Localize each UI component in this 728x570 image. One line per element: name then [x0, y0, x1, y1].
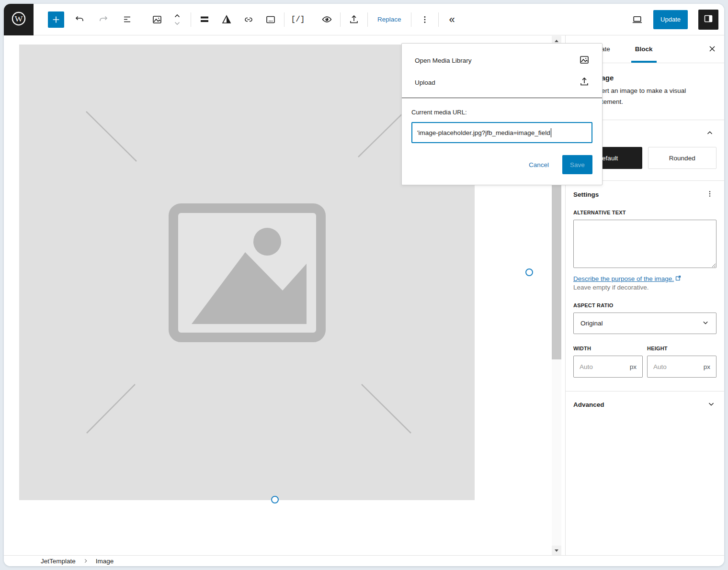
settings-panel-toggle-icon	[703, 13, 714, 26]
advanced-section-toggle[interactable]: Advanced	[566, 391, 724, 418]
duotone-icon	[221, 14, 232, 25]
duotone-filter-button[interactable]	[218, 11, 235, 28]
settings-header: Settings	[573, 188, 717, 201]
collapse-button[interactable]: «	[444, 11, 461, 28]
text-caret	[551, 128, 552, 137]
tab-block[interactable]: Block	[623, 35, 665, 63]
caption-button[interactable]	[262, 11, 279, 28]
link-icon	[243, 14, 254, 25]
options-kebab-button[interactable]	[416, 11, 433, 28]
block-mover-button[interactable]	[169, 11, 186, 28]
align-icon	[199, 14, 210, 25]
editor-window: W	[4, 4, 724, 566]
close-sidebar-button[interactable]	[705, 42, 719, 56]
close-icon	[707, 44, 717, 56]
advanced-title: Advanced	[573, 401, 604, 408]
toolbar-divider	[411, 12, 411, 27]
media-url-input[interactable]: 'image-placeholder.jpg?jfb_media=image_f…	[411, 122, 592, 143]
link-button[interactable]	[240, 11, 257, 28]
style-rounded-button[interactable]: Rounded	[648, 147, 717, 169]
toolbar-right-group: Update	[628, 10, 724, 30]
width-unit: px	[630, 363, 637, 370]
settings-options-button[interactable]	[703, 188, 717, 201]
visibility-button[interactable]	[318, 11, 335, 28]
undo-icon	[74, 14, 85, 25]
breadcrumb-bar: JetTemplate Image	[4, 555, 724, 566]
resize-handle-right[interactable]	[525, 268, 533, 276]
scroll-up-icon	[555, 40, 558, 42]
shortcode-icon: [/]	[291, 16, 305, 23]
upload-icon	[579, 76, 590, 89]
aspect-ratio-select[interactable]: Original	[573, 313, 717, 334]
chevron-down-icon	[706, 399, 717, 411]
width-label: WIDTH	[573, 346, 643, 351]
aspect-ratio-value: Original	[580, 320, 603, 327]
toolbar-divider	[438, 12, 439, 27]
media-url-popover: Open Media Library Upload Current media …	[401, 43, 603, 185]
height-input-wrap: px	[647, 356, 717, 378]
align-button[interactable]	[196, 11, 213, 28]
height-label: HEIGHT	[647, 346, 717, 351]
styles-collapse-button[interactable]	[703, 127, 717, 140]
wordpress-logo-button[interactable]: W	[4, 4, 34, 35]
upload-item[interactable]: Upload	[402, 71, 602, 93]
preview-button[interactable]	[628, 11, 646, 28]
height-unit: px	[704, 363, 710, 370]
scrollbar-down-button[interactable]	[552, 546, 561, 555]
top-toolbar: W	[4, 4, 724, 35]
block-title: Image	[593, 74, 712, 82]
toolbar-divider	[367, 12, 368, 27]
add-block-button[interactable]	[48, 11, 64, 28]
media-url-label: Current media URL:	[411, 109, 592, 116]
settings-section: Settings ALTERNATIVE TEXT Describe the p…	[566, 180, 724, 391]
open-media-library-item[interactable]: Open Media Library	[402, 49, 602, 71]
image-block-type-button[interactable]	[148, 11, 166, 28]
update-button[interactable]: Update	[653, 10, 688, 29]
alt-text-input[interactable]	[573, 220, 717, 268]
breadcrumb-jettemplate[interactable]: JetTemplate	[41, 558, 76, 565]
upload-label: Upload	[415, 79, 435, 86]
toolbar-divider	[191, 12, 191, 27]
media-library-icon	[579, 54, 590, 67]
chevron-up-icon	[705, 128, 715, 140]
redo-icon	[98, 14, 109, 25]
main-area: Template Block Image Insert an image to …	[4, 35, 724, 555]
alt-text-label: ALTERNATIVE TEXT	[573, 210, 717, 215]
toolbar-divider	[340, 12, 341, 27]
resize-handle-bottom[interactable]	[271, 496, 279, 503]
list-view-button[interactable]	[119, 11, 136, 28]
cancel-button[interactable]: Cancel	[529, 161, 549, 168]
height-input[interactable]	[653, 363, 701, 370]
url-actions: Cancel Save	[411, 155, 592, 174]
width-input-wrap: px	[573, 356, 643, 378]
height-field: HEIGHT px	[647, 346, 717, 378]
undo-button[interactable]	[71, 11, 88, 28]
alt-help-row: Describe the purpose of the image.	[573, 275, 717, 282]
collapse-icon: «	[449, 14, 455, 25]
preview-desktop-icon	[631, 13, 643, 25]
block-mover-icon	[172, 12, 182, 27]
aspect-ratio-label: ASPECT RATIO	[573, 302, 717, 308]
alt-help-link[interactable]: Describe the purpose of the image.	[573, 275, 674, 282]
alt-hint: Leave empty if decorative.	[573, 284, 717, 291]
shortcode-button[interactable]: [/]	[289, 11, 307, 28]
block-card-text: Image Insert an image to make a visual s…	[593, 74, 712, 107]
open-media-library-label: Open Media Library	[415, 57, 472, 64]
settings-panel-toggle[interactable]	[698, 10, 718, 30]
svg-text:W: W	[15, 14, 23, 23]
caption-icon	[265, 14, 276, 25]
options-kebab-icon	[419, 14, 431, 25]
redo-button[interactable]	[95, 11, 112, 28]
upload-button[interactable]	[345, 11, 363, 28]
toolbar-divider	[284, 12, 284, 27]
media-menu: Open Media Library Upload	[402, 44, 602, 98]
scroll-down-icon	[555, 549, 558, 552]
width-input[interactable]	[580, 363, 627, 370]
more-vertical-icon	[705, 189, 715, 201]
external-link-icon	[675, 275, 681, 282]
breadcrumb-image[interactable]: Image	[96, 558, 114, 565]
replace-button[interactable]: Replace	[373, 16, 406, 23]
block-description: Insert an image to make a visual stateme…	[593, 85, 712, 107]
visibility-icon	[321, 13, 333, 25]
save-button[interactable]: Save	[562, 155, 592, 174]
